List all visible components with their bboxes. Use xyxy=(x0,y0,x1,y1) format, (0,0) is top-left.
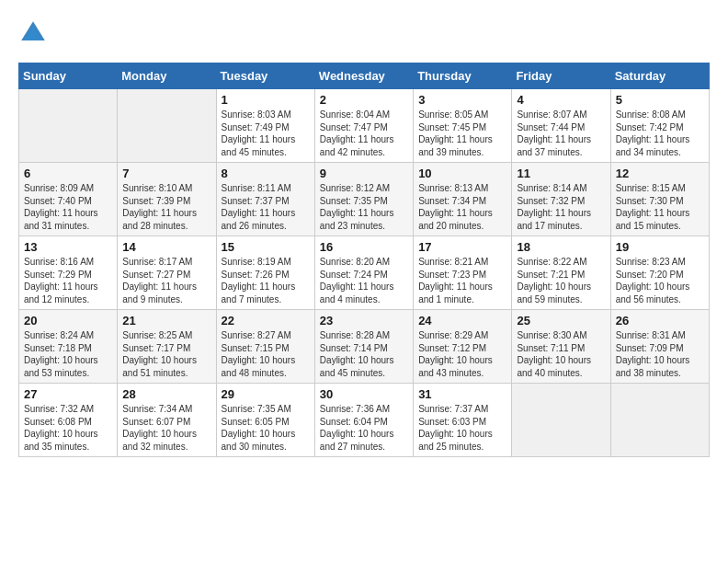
weekday-header-wednesday: Wednesday xyxy=(314,63,413,89)
day-number: 15 xyxy=(222,240,310,254)
day-number: 6 xyxy=(24,167,112,180)
day-content: Sunrise: 8:31 AM Sunset: 7:09 PM Dayligh… xyxy=(616,329,704,379)
calendar-week-row: 1Sunrise: 8:03 AM Sunset: 7:49 PM Daylig… xyxy=(19,89,710,163)
day-content: Sunrise: 8:27 AM Sunset: 7:15 PM Dayligh… xyxy=(222,329,310,379)
day-number: 7 xyxy=(122,167,210,180)
weekday-header-tuesday: Tuesday xyxy=(216,63,314,89)
page-header xyxy=(18,18,710,48)
calendar-table: SundayMondayTuesdayWednesdayThursdayFrid… xyxy=(18,63,710,457)
day-content: Sunrise: 8:22 AM Sunset: 7:21 PM Dayligh… xyxy=(517,256,605,305)
calendar-cell: 19Sunrise: 8:23 AM Sunset: 7:20 PM Dayli… xyxy=(610,236,709,310)
day-content: Sunrise: 8:09 AM Sunset: 7:40 PM Dayligh… xyxy=(24,182,112,232)
day-number: 10 xyxy=(418,167,506,180)
day-content: Sunrise: 8:07 AM Sunset: 7:44 PM Dayligh… xyxy=(517,109,605,158)
calendar-cell: 14Sunrise: 8:17 AM Sunset: 7:27 PM Dayli… xyxy=(118,236,216,310)
day-content: Sunrise: 8:12 AM Sunset: 7:35 PM Dayligh… xyxy=(320,182,408,232)
day-number: 17 xyxy=(418,240,506,254)
calendar-cell: 20Sunrise: 8:24 AM Sunset: 7:18 PM Dayli… xyxy=(19,310,118,384)
calendar-cell: 6Sunrise: 8:09 AM Sunset: 7:40 PM Daylig… xyxy=(19,163,118,236)
day-content: Sunrise: 8:24 AM Sunset: 7:18 PM Dayligh… xyxy=(24,329,112,379)
logo-icon xyxy=(18,18,48,48)
calendar-cell: 22Sunrise: 8:27 AM Sunset: 7:15 PM Dayli… xyxy=(216,310,314,384)
day-number: 29 xyxy=(222,387,310,401)
calendar-week-row: 20Sunrise: 8:24 AM Sunset: 7:18 PM Dayli… xyxy=(19,310,710,384)
calendar-cell xyxy=(512,384,610,457)
day-number: 11 xyxy=(517,167,605,180)
day-number: 8 xyxy=(222,167,310,180)
day-content: Sunrise: 8:30 AM Sunset: 7:11 PM Dayligh… xyxy=(517,329,605,379)
day-number: 14 xyxy=(122,240,210,254)
day-number: 3 xyxy=(418,93,506,107)
day-number: 20 xyxy=(24,314,112,327)
calendar-week-row: 27Sunrise: 7:32 AM Sunset: 6:08 PM Dayli… xyxy=(19,384,710,457)
day-content: Sunrise: 7:37 AM Sunset: 6:03 PM Dayligh… xyxy=(418,403,506,453)
day-content: Sunrise: 8:23 AM Sunset: 7:20 PM Dayligh… xyxy=(616,256,704,305)
weekday-header-thursday: Thursday xyxy=(414,63,512,89)
day-content: Sunrise: 7:35 AM Sunset: 6:05 PM Dayligh… xyxy=(222,403,310,453)
calendar-cell: 4Sunrise: 8:07 AM Sunset: 7:44 PM Daylig… xyxy=(512,89,610,163)
day-number: 13 xyxy=(24,240,112,254)
calendar-cell: 1Sunrise: 8:03 AM Sunset: 7:49 PM Daylig… xyxy=(216,89,314,163)
calendar-cell: 24Sunrise: 8:29 AM Sunset: 7:12 PM Dayli… xyxy=(414,310,512,384)
calendar-week-row: 6Sunrise: 8:09 AM Sunset: 7:40 PM Daylig… xyxy=(19,163,710,236)
day-number: 2 xyxy=(320,93,408,107)
day-content: Sunrise: 8:25 AM Sunset: 7:17 PM Dayligh… xyxy=(122,329,210,379)
calendar-cell: 15Sunrise: 8:19 AM Sunset: 7:26 PM Dayli… xyxy=(216,236,314,310)
calendar-cell: 7Sunrise: 8:10 AM Sunset: 7:39 PM Daylig… xyxy=(118,163,216,236)
calendar-cell: 2Sunrise: 8:04 AM Sunset: 7:47 PM Daylig… xyxy=(314,89,413,163)
day-number: 4 xyxy=(517,93,605,107)
calendar-cell: 9Sunrise: 8:12 AM Sunset: 7:35 PM Daylig… xyxy=(314,163,413,236)
day-number: 23 xyxy=(320,314,408,327)
day-content: Sunrise: 8:10 AM Sunset: 7:39 PM Dayligh… xyxy=(122,182,210,232)
day-number: 5 xyxy=(616,93,704,107)
day-content: Sunrise: 7:34 AM Sunset: 6:07 PM Dayligh… xyxy=(122,403,210,453)
day-content: Sunrise: 8:08 AM Sunset: 7:42 PM Dayligh… xyxy=(616,109,704,158)
calendar-cell: 29Sunrise: 7:35 AM Sunset: 6:05 PM Dayli… xyxy=(216,384,314,457)
calendar-cell: 8Sunrise: 8:11 AM Sunset: 7:37 PM Daylig… xyxy=(216,163,314,236)
weekday-header-monday: Monday xyxy=(118,63,216,89)
weekday-header-row: SundayMondayTuesdayWednesdayThursdayFrid… xyxy=(19,63,710,89)
day-number: 16 xyxy=(320,240,408,254)
calendar-cell: 21Sunrise: 8:25 AM Sunset: 7:17 PM Dayli… xyxy=(118,310,216,384)
day-content: Sunrise: 8:29 AM Sunset: 7:12 PM Dayligh… xyxy=(418,329,506,379)
day-content: Sunrise: 8:28 AM Sunset: 7:14 PM Dayligh… xyxy=(320,329,408,379)
day-number: 28 xyxy=(122,387,210,401)
calendar-cell xyxy=(610,384,709,457)
day-number: 31 xyxy=(418,387,506,401)
calendar-cell: 18Sunrise: 8:22 AM Sunset: 7:21 PM Dayli… xyxy=(512,236,610,310)
day-content: Sunrise: 8:03 AM Sunset: 7:49 PM Dayligh… xyxy=(222,109,310,158)
day-content: Sunrise: 8:21 AM Sunset: 7:23 PM Dayligh… xyxy=(418,256,506,305)
day-content: Sunrise: 7:36 AM Sunset: 6:04 PM Dayligh… xyxy=(320,403,408,453)
weekday-header-friday: Friday xyxy=(512,63,610,89)
day-number: 9 xyxy=(320,167,408,180)
weekday-header-saturday: Saturday xyxy=(610,63,709,89)
day-number: 22 xyxy=(222,314,310,327)
day-number: 27 xyxy=(24,387,112,401)
day-number: 25 xyxy=(517,314,605,327)
day-number: 30 xyxy=(320,387,408,401)
calendar-cell: 10Sunrise: 8:13 AM Sunset: 7:34 PM Dayli… xyxy=(414,163,512,236)
day-content: Sunrise: 8:16 AM Sunset: 7:29 PM Dayligh… xyxy=(24,256,112,305)
day-number: 24 xyxy=(418,314,506,327)
calendar-cell: 25Sunrise: 8:30 AM Sunset: 7:11 PM Dayli… xyxy=(512,310,610,384)
day-content: Sunrise: 8:05 AM Sunset: 7:45 PM Dayligh… xyxy=(418,109,506,158)
calendar-cell: 5Sunrise: 8:08 AM Sunset: 7:42 PM Daylig… xyxy=(610,89,709,163)
calendar-cell: 12Sunrise: 8:15 AM Sunset: 7:30 PM Dayli… xyxy=(610,163,709,236)
day-number: 18 xyxy=(517,240,605,254)
day-content: Sunrise: 8:17 AM Sunset: 7:27 PM Dayligh… xyxy=(122,256,210,305)
day-content: Sunrise: 8:14 AM Sunset: 7:32 PM Dayligh… xyxy=(517,182,605,232)
calendar-cell: 23Sunrise: 8:28 AM Sunset: 7:14 PM Dayli… xyxy=(314,310,413,384)
calendar-cell: 17Sunrise: 8:21 AM Sunset: 7:23 PM Dayli… xyxy=(414,236,512,310)
day-content: Sunrise: 7:32 AM Sunset: 6:08 PM Dayligh… xyxy=(24,403,112,453)
logo xyxy=(18,18,51,48)
day-number: 19 xyxy=(616,240,704,254)
calendar-cell: 26Sunrise: 8:31 AM Sunset: 7:09 PM Dayli… xyxy=(610,310,709,384)
day-content: Sunrise: 8:13 AM Sunset: 7:34 PM Dayligh… xyxy=(418,182,506,232)
calendar-cell: 13Sunrise: 8:16 AM Sunset: 7:29 PM Dayli… xyxy=(19,236,118,310)
day-content: Sunrise: 8:11 AM Sunset: 7:37 PM Dayligh… xyxy=(222,182,310,232)
day-number: 1 xyxy=(222,93,310,107)
day-content: Sunrise: 8:15 AM Sunset: 7:30 PM Dayligh… xyxy=(616,182,704,232)
calendar-cell xyxy=(118,89,216,163)
day-content: Sunrise: 8:20 AM Sunset: 7:24 PM Dayligh… xyxy=(320,256,408,305)
day-content: Sunrise: 8:04 AM Sunset: 7:47 PM Dayligh… xyxy=(320,109,408,158)
